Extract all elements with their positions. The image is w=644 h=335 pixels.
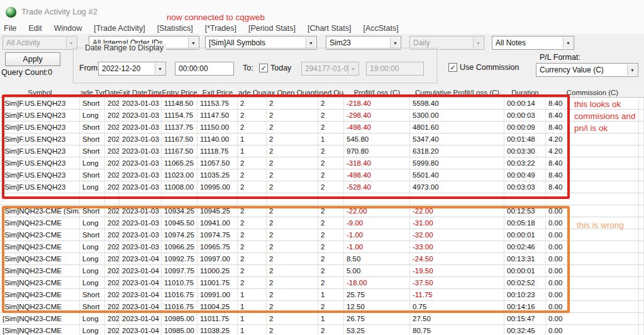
trade-row[interactable]: [Sim]F.US.ENQH23Short2023-01-032023-01-0… xyxy=(0,98,644,110)
menu-item-statistics[interactable]: [Statistics] xyxy=(157,24,193,33)
cell-type: Short xyxy=(80,122,105,133)
trade-row[interactable]: [Sim]NQH23-CMELong2023-01-042023-01-04 0… xyxy=(0,265,644,277)
cell-exit: 11011.75 xyxy=(197,313,238,325)
col-header-comm[interactable]: Commission (C) xyxy=(546,87,639,98)
cell-entry: 11010.75 xyxy=(162,277,197,289)
trade-row[interactable]: [Sim]NQH23-CMELong2023-01-032023-01-03 0… xyxy=(0,217,644,229)
col-header-pl[interactable]: Profit/Loss (C) xyxy=(344,87,410,98)
cell-date: 2023-01-04 xyxy=(105,265,119,277)
cell-dur: 00:01:48 xyxy=(504,133,546,145)
cell-pl: 8.50 xyxy=(344,253,410,265)
activity-filter-combo[interactable]: All Activity▼ xyxy=(3,36,77,50)
period-filter-combo-value: Daily xyxy=(413,37,430,49)
app-icon xyxy=(6,7,16,18)
cell-cum: 6318.20 xyxy=(410,145,504,157)
trade-row[interactable]: [Sim]F.US.ENQH23Long2023-01-032023-01-03… xyxy=(0,157,644,169)
col-header-exit[interactable]: Exit Price xyxy=(197,87,238,98)
activity-filter-dropdown-arrow-icon[interactable]: ▼ xyxy=(66,37,76,48)
trade-row[interactable]: [Sim]F.US.ENQH23Short2023-01-032023-01-0… xyxy=(0,169,644,181)
cell-exit_dt: 2023-01-03 0 xyxy=(119,229,162,241)
trade-row[interactable]: [Sim]F.US.ENQH23Long2023-01-032023-01-03… xyxy=(0,110,644,122)
pl-format-combo[interactable]: Currency Value (C)▼ xyxy=(536,63,638,77)
cell-exit: 10995.00 xyxy=(197,181,238,193)
col-header-closed[interactable]: Closed Quant xyxy=(318,87,344,98)
cell-type: Short xyxy=(80,133,105,145)
col-header-pad[interactable] xyxy=(639,87,644,98)
trade-row[interactable]: [Sim]NQH23-CMELong2023-01-042023-01-04 0… xyxy=(0,253,644,265)
menu-item-window[interactable]: Window xyxy=(54,24,82,33)
use-commission-checkbox[interactable]: ✓ xyxy=(448,63,457,72)
cell-exit_dt: 2023-01-03 0 xyxy=(119,145,162,157)
cell-symbol: [Sim]F.US.ENQH23 xyxy=(0,110,80,122)
cell-dur: 00:15:47 xyxy=(504,313,546,325)
cell-qty: 2 xyxy=(238,229,267,241)
cell-cum: -33.00 xyxy=(410,241,504,253)
trade-row[interactable]: [Sim]F.US.ENQH23Short2023-01-032023-01-0… xyxy=(0,145,644,157)
cell-closed: 2 xyxy=(318,229,344,241)
menu-item-trade-activity[interactable]: [Trade Activity] xyxy=(94,24,145,33)
cell-entry: 10966.25 xyxy=(162,241,197,253)
apply-button[interactable]: Apply xyxy=(5,52,60,66)
col-header-max_open[interactable]: Max Open Quantity xyxy=(267,87,318,98)
from-time-input[interactable]: 00:00:00 xyxy=(175,62,234,76)
trade-row[interactable]: [Sim]NQH23-CMEShort2023-01-042023-01-04 … xyxy=(0,301,644,313)
to-time-input: 19:00:00 xyxy=(366,62,424,76)
trade-row[interactable]: [Sim]NQH23-CMELong2023-01-032023-01-03 0… xyxy=(0,241,644,253)
menu-item-accstats[interactable]: [AccStats] xyxy=(363,24,398,33)
trade-row[interactable]: [Sim]NQH23-CME (Sim23)Short2023-01-03202… xyxy=(0,205,644,217)
cell-comm: 0.00 xyxy=(546,313,639,325)
period-filter-dropdown-arrow-icon[interactable]: ▼ xyxy=(473,37,483,48)
from-date-combo[interactable]: 2022-12-20▼ xyxy=(98,62,166,76)
cell-pad xyxy=(639,253,644,265)
trade-row[interactable]: [Sim]F.US.ENQH23Short2023-01-032023-01-0… xyxy=(0,122,644,133)
trade-row[interactable]: [Sim]F.US.ENQH23Short2023-01-032023-01-0… xyxy=(0,133,644,145)
cell-cum: -24.50 xyxy=(410,253,504,265)
cell-cum: 4973.00 xyxy=(410,181,504,193)
cell-pad xyxy=(639,122,644,133)
annotation-wrong-note: this is wrong xyxy=(577,220,624,230)
account-filter-dropdown-arrow-icon[interactable]: ▼ xyxy=(390,37,400,48)
col-header-date[interactable]: Date xyxy=(105,87,119,98)
notes-filter-combo[interactable]: All Notes▼ xyxy=(492,36,574,50)
from-date-dropdown-arrow-icon[interactable]: ▼ xyxy=(155,63,165,74)
menu-item-file[interactable]: File xyxy=(4,24,16,33)
menu-item-edit[interactable]: Edit xyxy=(28,24,42,33)
cell-max_open: 2 xyxy=(267,229,318,241)
menu-bar: FileEditWindow[Trade Activity][Statistic… xyxy=(0,23,644,34)
cell-qty xyxy=(238,193,267,205)
to-date-dropdown-arrow-icon[interactable]: ▼ xyxy=(348,63,358,74)
cell-max_open: 2 xyxy=(267,122,318,133)
col-header-exit_dt[interactable]: Exit DateTime xyxy=(119,87,162,98)
notes-filter-dropdown-arrow-icon[interactable]: ▼ xyxy=(563,37,573,48)
trade-row[interactable]: [Sim]NQH23-CMELong2023-01-042023-01-04 0… xyxy=(0,325,644,335)
cell-cum: 5501.40 xyxy=(410,169,504,181)
trade-row[interactable]: [Sim]NQH23-CMEShort2023-01-042023-01-04 … xyxy=(0,289,644,301)
cell-type: Short xyxy=(80,289,105,301)
cell-max_open: 2 xyxy=(267,241,318,253)
cell-qty: 1 xyxy=(238,133,267,145)
cell-pad xyxy=(639,241,644,253)
menu-item-*trades[interactable]: [*Trades] xyxy=(205,24,236,33)
today-checkbox[interactable]: ✓ xyxy=(259,64,268,72)
cell-dur: 00:03:30 xyxy=(504,145,546,157)
trade-row[interactable]: [Sim]NQH23-CMELong2023-01-042023-01-04 0… xyxy=(0,277,644,289)
col-header-symbol[interactable]: Symbol xyxy=(0,87,80,98)
spacer-row[interactable] xyxy=(0,193,644,205)
menu-item-chart-stats[interactable]: [Chart Stats] xyxy=(308,24,351,33)
trade-row[interactable]: [Sim]NQH23-CMELong2023-01-042023-01-04 0… xyxy=(0,313,644,325)
menu-item-period-stats[interactable]: [Period Stats] xyxy=(248,24,296,33)
cell-qty: 1 xyxy=(238,289,267,301)
symbols-filter-dropdown-arrow-icon[interactable]: ▼ xyxy=(306,37,316,48)
col-header-cum[interactable]: Cumulative Profit/Loss (C) xyxy=(410,87,504,98)
trade-row[interactable]: [Sim]NQH23-CMEShort2023-01-032023-01-03 … xyxy=(0,229,644,241)
col-header-entry[interactable]: Entry Price xyxy=(162,87,197,98)
col-header-type[interactable]: Trade Type xyxy=(80,87,105,98)
to-date-combo[interactable]: 294177-01-07▼ xyxy=(301,62,359,76)
col-header-dur[interactable]: Duration xyxy=(504,87,546,98)
order-ids-filter-dropdown-arrow-icon[interactable]: ▼ xyxy=(188,37,198,48)
cell-type: Short xyxy=(80,98,105,110)
col-header-qty[interactable]: Trade Quant xyxy=(238,87,267,98)
pl-format-dropdown-arrow-icon[interactable]: ▼ xyxy=(627,64,637,76)
trade-row[interactable]: [Sim]F.US.ENQH23Long2023-01-032023-01-03… xyxy=(0,181,644,193)
cell-symbol: [Sim]NQH23-CME xyxy=(0,253,80,265)
